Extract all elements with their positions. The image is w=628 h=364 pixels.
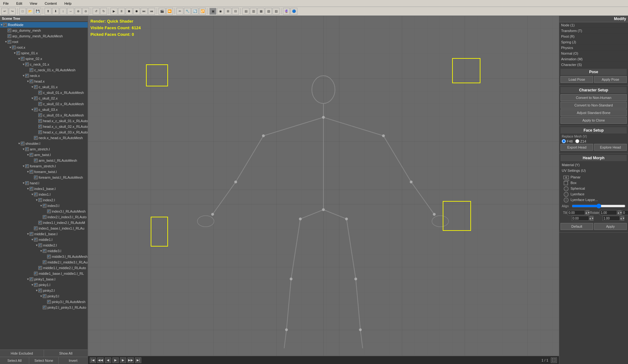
modify-item-pivot[interactable]: Pivot (R): [559, 34, 628, 39]
tree-item-20[interactable]: head.x_c_skull_03.x_RLAutoMesh: [0, 129, 88, 135]
tree-item-32[interactable]: ▼index2.l: [0, 197, 88, 203]
hide-excluded-button[interactable]: Hide Excluded: [0, 350, 44, 357]
tree-item-51[interactable]: pinky2.l_pinky3.l_RLAuto: [0, 305, 88, 310]
expand-icon-24[interactable]: ▼: [26, 153, 30, 156]
modify-item-node[interactable]: Node (1): [559, 22, 628, 28]
show-all-button[interactable]: Show All: [44, 350, 88, 357]
toolbar-move-up[interactable]: ⬆: [45, 8, 51, 15]
modify-item-spring[interactable]: Spring (J): [559, 39, 628, 45]
vp-key-frame-first[interactable]: |◀: [90, 357, 96, 363]
modify-item-character[interactable]: Character (S): [559, 62, 628, 68]
toolbar-skip-bwd[interactable]: ⏮: [148, 8, 155, 15]
vp-key-frame-last[interactable]: ▶|: [135, 357, 141, 363]
expand-icon-12[interactable]: ▼: [31, 85, 34, 89]
tree-item-19[interactable]: head.x_c_skull_02.x_RLAutoMesh: [0, 124, 88, 129]
expand-icon-33[interactable]: ▼: [40, 204, 43, 207]
checkbox-11[interactable]: [30, 79, 33, 83]
checkbox-18[interactable]: [38, 119, 42, 123]
toolbar-move-v[interactable]: ↕: [60, 8, 67, 15]
export-head-button[interactable]: Export Head: [560, 144, 593, 151]
tree-item-42[interactable]: middle3.l_RLAutoMesh: [0, 254, 88, 259]
checkbox-35[interactable]: [43, 215, 46, 219]
material-item[interactable]: Material (Y): [560, 162, 627, 168]
checkbox-8[interactable]: [25, 62, 29, 66]
tree-item-31[interactable]: ▼index1.l: [0, 192, 88, 197]
tree-item-10[interactable]: ▼neck.x: [0, 73, 88, 79]
toolbar-pause[interactable]: ⏸: [118, 8, 125, 15]
vp-prev-frame[interactable]: ◀: [105, 357, 111, 363]
tree-item-13[interactable]: c_skull_01.x_RLAutoMesh: [0, 90, 88, 95]
tree-item-14[interactable]: ▼c_skull_02.x: [0, 95, 88, 101]
toolbar-move-down[interactable]: ⬇: [52, 8, 59, 15]
tree-item-11[interactable]: ▼head.x: [0, 79, 88, 84]
toolbar-shade4[interactable]: ▧: [265, 8, 272, 15]
tree-item-12[interactable]: ▼c_skull_01.x: [0, 84, 88, 90]
checkbox-14[interactable]: [34, 96, 38, 100]
toolbar-redo[interactable]: ↪: [9, 8, 16, 15]
expand-icon-1[interactable]: ▼: [0, 23, 3, 26]
menu-item-help[interactable]: Help: [62, 1, 73, 6]
load-pose-button[interactable]: Load Pose: [560, 76, 593, 83]
toolbar-snap[interactable]: 🔮: [283, 8, 290, 15]
menu-item-file[interactable]: File: [1, 1, 11, 6]
checkbox-34[interactable]: [47, 209, 51, 213]
tree-item-27[interactable]: ▼forearm_twist.l: [0, 169, 88, 175]
toolbar-refresh[interactable]: 🔄: [192, 8, 198, 15]
toolbar-select-rect[interactable]: ▣: [209, 8, 216, 15]
checkbox-9[interactable]: [30, 68, 33, 72]
viewport[interactable]: Render: Quick Shader Visible Faces Count…: [88, 16, 559, 364]
checkbox-24[interactable]: [30, 153, 33, 157]
vp-key-frame-next[interactable]: ▶▶: [127, 357, 134, 363]
menu-item-view[interactable]: View: [28, 1, 39, 6]
checkbox-26[interactable]: [25, 164, 29, 168]
checkbox-2[interactable]: [8, 29, 11, 32]
checkbox-16[interactable]: [34, 108, 38, 111]
toolbar-move-h[interactable]: ↔: [67, 8, 74, 15]
checkbox-27[interactable]: [30, 170, 33, 174]
radio-z14-label[interactable]: Z14: [575, 139, 586, 143]
checkbox-42[interactable]: [47, 255, 51, 258]
checkbox-7[interactable]: [21, 57, 24, 61]
menu-item-content[interactable]: Content: [43, 1, 59, 6]
tree-item-16[interactable]: ▼c_skull_03.x: [0, 107, 88, 112]
toolbar-open[interactable]: 📂: [27, 8, 34, 15]
toolbar-select-circle[interactable]: ◉: [217, 8, 224, 15]
checkbox-1[interactable]: [3, 23, 7, 27]
checkbox-19[interactable]: [38, 125, 42, 128]
checkbox-12[interactable]: [34, 85, 38, 89]
toolbar-edit-mode[interactable]: ✏: [176, 8, 183, 15]
expand-icon-41[interactable]: ▼: [40, 249, 43, 253]
morph-box[interactable]: Box: [562, 180, 625, 186]
toolbar-stop[interactable]: ⏹: [126, 8, 133, 15]
checkbox-36[interactable]: [38, 221, 42, 225]
expand-icon-22[interactable]: ▼: [18, 142, 21, 145]
expand-icon-39[interactable]: ▼: [31, 238, 34, 241]
apply-to-clone-button[interactable]: Apply to Clone: [560, 117, 627, 124]
expand-icon-47[interactable]: ▼: [31, 283, 34, 286]
tree-item-1[interactable]: ▼RootNode: [0, 22, 88, 28]
tree-item-34[interactable]: index3.l_RLAutoMesh: [0, 209, 88, 214]
toolbar-rotate-cw[interactable]: ↻: [100, 8, 107, 15]
toolbar-sync[interactable]: 🔁: [199, 8, 206, 15]
checkbox-21[interactable]: [34, 136, 38, 140]
expand-icon-14[interactable]: ▼: [31, 97, 34, 100]
toolbar-fast-fwd[interactable]: ⏩: [166, 8, 173, 15]
tree-item-33[interactable]: ▼index3.l: [0, 203, 88, 209]
uv-settings-item[interactable]: UV Settings (U): [560, 168, 627, 173]
tree-item-3[interactable]: arp_dummy_mesh_RLAutoMesh: [0, 33, 88, 39]
tree-item-4[interactable]: ▼root: [0, 39, 88, 45]
checkbox-6[interactable]: [16, 51, 20, 55]
tree-item-18[interactable]: head.x_c_skull_01.x_RLAutoMesh: [0, 118, 88, 124]
tree-item-24[interactable]: ▼arm_twist.l: [0, 152, 88, 158]
tree-item-7[interactable]: ▼spine_02.x: [0, 56, 88, 62]
toolbar-settings[interactable]: 🔧: [184, 8, 191, 15]
toolbar-new[interactable]: □: [19, 8, 26, 15]
checkbox-15[interactable]: [38, 102, 42, 106]
checkbox-39[interactable]: [34, 238, 38, 242]
toolbar-remove[interactable]: ⊖: [82, 8, 89, 15]
morph-planar[interactable]: Planar: [562, 174, 625, 180]
checkbox-23[interactable]: [25, 147, 29, 151]
checkbox-31[interactable]: [34, 193, 38, 196]
checkbox-32[interactable]: [38, 198, 42, 202]
modify-item-animation[interactable]: Animation (M): [559, 56, 628, 62]
